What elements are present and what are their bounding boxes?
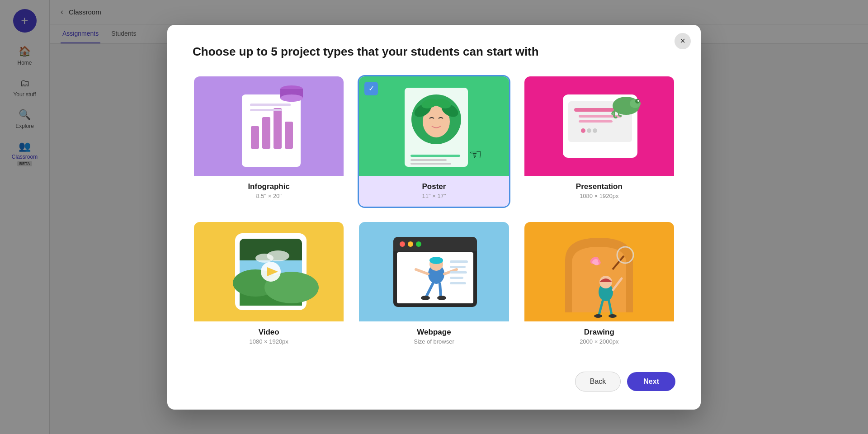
svg-point-57: [437, 296, 446, 300]
modal-close-button[interactable]: ×: [675, 33, 691, 49]
presentation-card-info: Presentation 1080 × 1920px: [524, 176, 674, 207]
webpage-card-info: Webpage Size of browser: [359, 321, 509, 352]
svg-point-37: [267, 250, 289, 261]
modal-overlay: × Choose up to 5 project types that your…: [0, 0, 868, 434]
project-card-infographic[interactable]: Infographic 8.5" × 20": [193, 75, 345, 208]
svg-rect-60: [450, 271, 467, 274]
poster-illustration: [375, 79, 493, 174]
svg-line-55: [440, 284, 441, 297]
webpage-illustration: [375, 224, 493, 319]
poster-image: ☞: [359, 76, 509, 176]
poster-size: 11" × 17": [366, 193, 501, 199]
svg-point-27: [593, 128, 597, 133]
infographic-image: [194, 76, 344, 176]
webpage-size: Size of browser: [366, 338, 501, 345]
svg-rect-1: [251, 126, 259, 149]
infographic-card-info: Infographic 8.5" × 20": [194, 176, 344, 207]
svg-rect-58: [450, 260, 468, 263]
next-button[interactable]: Next: [627, 372, 675, 391]
svg-rect-59: [450, 266, 466, 268]
svg-point-70: [594, 314, 602, 318]
svg-rect-4: [285, 122, 293, 149]
svg-point-25: [581, 128, 585, 133]
svg-point-31: [637, 100, 639, 102]
svg-point-47: [416, 241, 421, 247]
svg-rect-17: [410, 155, 460, 157]
drawing-image: [524, 222, 674, 321]
svg-rect-44: [393, 246, 477, 251]
project-card-video[interactable]: Video 1080 × 1920px: [193, 221, 345, 354]
svg-rect-6: [250, 109, 282, 111]
drawing-size: 2000 × 2000px: [532, 338, 667, 345]
svg-rect-18: [410, 159, 447, 161]
project-card-drawing[interactable]: Drawing 2000 × 2000px: [523, 221, 675, 354]
svg-rect-2: [262, 117, 270, 149]
project-type-grid: Infographic 8.5" × 20" ✓: [193, 75, 675, 354]
video-size: 1080 × 1920px: [201, 338, 336, 345]
presentation-size: 1080 × 1920px: [532, 193, 667, 199]
drawing-illustration: [540, 224, 658, 319]
drawing-card-info: Drawing 2000 × 2000px: [524, 321, 674, 352]
svg-point-45: [400, 241, 405, 247]
video-card-info: Video 1080 × 1920px: [194, 321, 344, 352]
svg-rect-5: [250, 104, 291, 106]
project-card-presentation[interactable]: Presentation 1080 × 1920px: [523, 75, 675, 208]
project-card-poster[interactable]: ✓: [358, 75, 510, 208]
modal-footer: Back Next: [193, 372, 675, 392]
infographic-size: 8.5" × 20": [201, 193, 336, 199]
video-name: Video: [201, 328, 336, 337]
video-illustration: [210, 224, 328, 319]
svg-rect-24: [579, 120, 613, 123]
svg-point-26: [587, 128, 591, 133]
presentation-image: [524, 76, 674, 176]
infographic-name: Infographic: [201, 182, 336, 191]
svg-rect-3: [274, 108, 282, 149]
video-image: [194, 222, 344, 321]
svg-point-71: [609, 314, 617, 318]
poster-check-badge: ✓: [364, 82, 378, 95]
svg-rect-62: [450, 282, 466, 284]
webpage-image: [359, 222, 509, 321]
app-background: + 🏠 Home 🗂 Your stuff 🔍 Explore 👥 Classr…: [0, 0, 868, 434]
svg-point-9: [280, 94, 303, 102]
infographic-illustration: [210, 81, 328, 171]
drawing-name: Drawing: [532, 328, 667, 337]
presentation-name: Presentation: [532, 182, 667, 191]
back-button[interactable]: Back: [575, 372, 621, 392]
poster-card-info: Poster 11" × 17": [359, 176, 509, 207]
webpage-name: Webpage: [366, 328, 501, 337]
modal-title: Choose up to 5 project types that your s…: [193, 45, 675, 59]
svg-rect-19: [410, 163, 451, 165]
project-type-modal: × Choose up to 5 project types that your…: [167, 25, 701, 410]
svg-rect-61: [450, 277, 463, 279]
poster-name: Poster: [366, 182, 501, 191]
svg-point-46: [408, 241, 413, 247]
svg-point-56: [421, 296, 430, 300]
project-card-webpage[interactable]: Webpage Size of browser: [358, 221, 510, 354]
presentation-illustration: [540, 79, 658, 174]
svg-point-51: [429, 257, 443, 264]
